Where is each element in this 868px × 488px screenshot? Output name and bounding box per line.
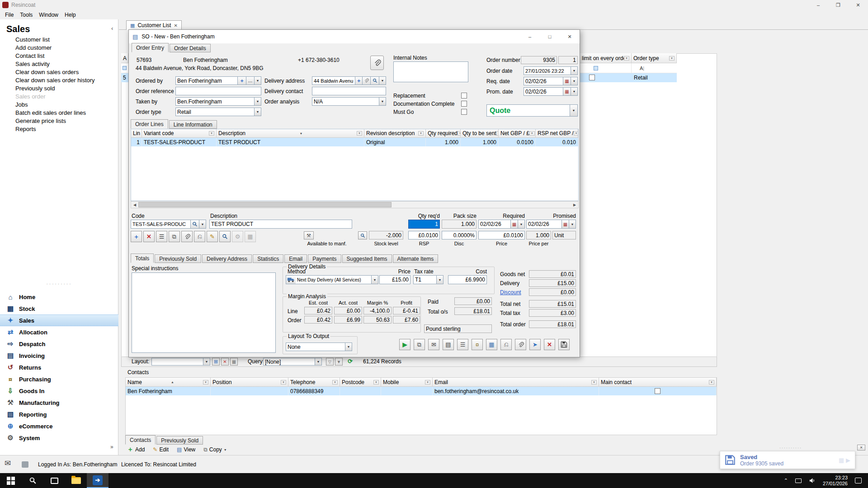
tab-totals[interactable]: Totals bbox=[131, 253, 154, 263]
filter-icon[interactable]: ▼ bbox=[458, 131, 461, 136]
order-minimize-button[interactable]: – bbox=[520, 30, 540, 43]
order-titlebar[interactable]: ▤ SO - New - Ben Fotheringham – □ ✕ bbox=[129, 30, 580, 43]
layout-add-button[interactable]: ⊞ bbox=[212, 358, 220, 366]
menu-help[interactable]: Help bbox=[61, 12, 79, 18]
tax-rate-combo[interactable]: T1▼ bbox=[413, 275, 443, 284]
search-icon[interactable] bbox=[371, 76, 379, 85]
file-explorer-icon[interactable] bbox=[65, 473, 87, 488]
customer-grid-row-fragment[interactable]: 5 bbox=[121, 73, 128, 82]
tab-close-icon[interactable]: ✕ bbox=[174, 23, 177, 28]
sidebar-item-generate-price-lists[interactable]: Generate price lists bbox=[0, 117, 118, 125]
col-name[interactable]: Name▲▼ bbox=[126, 378, 211, 387]
sidebar-item-customer-list[interactable]: Customer list bbox=[0, 35, 118, 43]
order-analysis-combo[interactable]: N/A▼ bbox=[312, 97, 386, 106]
chevron-down-icon[interactable]: ▼ bbox=[255, 108, 261, 116]
order-date-combo[interactable]: 27/01/2026 23:22▼ bbox=[524, 66, 578, 75]
tab-delivery-address[interactable]: Delivery Address bbox=[202, 254, 252, 263]
volume-icon[interactable] bbox=[809, 477, 816, 484]
clock[interactable]: 23:23 27/01/2026 bbox=[823, 475, 848, 487]
order-notes-button[interactable]: ☰ bbox=[457, 339, 468, 350]
add-line-button[interactable]: ＋ bbox=[131, 231, 142, 242]
internal-notes-input[interactable] bbox=[393, 61, 468, 82]
toast[interactable]: Saved Order 9305 saved ▦ ▶ bbox=[720, 451, 855, 469]
sidebar-module-returns[interactable]: ↺Returns bbox=[0, 361, 118, 373]
chevron-down-icon[interactable]: ▼ bbox=[199, 220, 206, 229]
rsp-input[interactable]: £0.0100 bbox=[408, 231, 440, 239]
customer-grid-filter-fragment[interactable] bbox=[121, 63, 128, 73]
sidebar-item-reports[interactable]: Reports bbox=[0, 125, 118, 133]
print-order-button[interactable]: ▤ bbox=[443, 339, 454, 350]
sidebar-item-clear-down-sales-orders[interactable]: Clear down sales orders bbox=[0, 68, 118, 76]
price-input[interactable]: £0.0100 bbox=[478, 231, 525, 239]
filter-icon[interactable]: ▼ bbox=[281, 380, 286, 385]
edit-contact-button[interactable]: ✎Edit bbox=[153, 446, 169, 453]
calendar-icon[interactable]: ▦ bbox=[563, 87, 571, 96]
sidebar-module-stock[interactable]: ▦Stock bbox=[0, 303, 118, 314]
col-position[interactable]: Position▼ bbox=[211, 378, 288, 387]
add-contact-icon[interactable]: ＋ bbox=[238, 76, 246, 85]
tab-email[interactable]: Email bbox=[284, 254, 307, 263]
tab-line-information[interactable]: Line Information bbox=[169, 120, 217, 129]
tab-payments[interactable]: Payments bbox=[308, 254, 341, 263]
col-rsp-net-gbp[interactable]: RSP net GBP /▼ bbox=[536, 129, 578, 138]
query-edit-button[interactable]: ▽ bbox=[326, 358, 334, 366]
lines-h-scrollbar[interactable]: ◀ ▶ bbox=[131, 201, 579, 208]
delivery-cost-input[interactable]: £6.9900 bbox=[448, 275, 487, 284]
col-revision[interactable]: Revision description▼ bbox=[364, 129, 426, 138]
send-order-button[interactable]: ➤ bbox=[529, 339, 541, 350]
discount-link[interactable]: Discount bbox=[500, 289, 521, 296]
sidebar-module-invoicing[interactable]: ▤Invoicing bbox=[0, 350, 118, 361]
limit-checkbox[interactable] bbox=[589, 75, 595, 80]
tab-customer-list[interactable]: ▦ Customer List ✕ bbox=[126, 20, 182, 30]
filter-icon[interactable]: ▼ bbox=[574, 131, 578, 136]
app-restore-button[interactable]: ❐ bbox=[828, 0, 848, 10]
layout-combo[interactable]: ▼ bbox=[151, 358, 210, 366]
calendar-icon[interactable]: ▦ bbox=[511, 220, 518, 229]
display-icon[interactable] bbox=[795, 479, 802, 483]
editor-description-input[interactable]: TEST PRODUCT bbox=[209, 220, 352, 229]
menu-tools[interactable]: Tools bbox=[17, 12, 36, 18]
col-telephone[interactable]: Telephone▼ bbox=[288, 378, 340, 387]
code-combo[interactable]: TEST-SALES-PRODUC ▼ bbox=[131, 220, 206, 229]
copy-order-button[interactable]: ⧉ bbox=[414, 339, 425, 350]
grid-view-button[interactable]: ▦ bbox=[486, 339, 497, 350]
toast-close-button[interactable]: ✕ bbox=[857, 445, 865, 450]
stock-check-button[interactable] bbox=[358, 231, 367, 239]
chevron-down-icon[interactable]: ▼ bbox=[255, 97, 261, 106]
sidebar-module-system[interactable]: ⚙System bbox=[0, 432, 118, 444]
attachments-button[interactable] bbox=[515, 339, 526, 350]
scroll-left-icon[interactable]: ◀ bbox=[131, 203, 138, 207]
tab-previously-sold[interactable]: Previously Sold bbox=[155, 254, 201, 263]
sidebar-item-contact-list[interactable]: Contact list bbox=[0, 52, 118, 60]
col-postcode[interactable]: Postcode▼ bbox=[340, 378, 381, 387]
customer-grid-searchcell-order-type[interactable]: A| bbox=[632, 63, 677, 73]
filter-icon[interactable]: ▼ bbox=[709, 380, 714, 385]
layout-delete-button[interactable]: ✕ bbox=[221, 358, 229, 366]
task-view-icon[interactable] bbox=[43, 473, 65, 488]
email-order-button[interactable]: ✉ bbox=[428, 339, 439, 350]
sidebar-module-allocation[interactable]: ⇄Allocation bbox=[0, 326, 118, 338]
sidebar-collapse-icon[interactable]: ‹ bbox=[111, 25, 113, 32]
col-qty-to-be-sent[interactable]: Qty to be sent▼ bbox=[461, 129, 499, 138]
required-date-combo[interactable]: 02/02/26▦▼ bbox=[478, 220, 525, 229]
col-variant-code[interactable]: Variant code▼ bbox=[142, 129, 217, 138]
line-attachments-button[interactable] bbox=[181, 231, 193, 242]
chevron-down-icon[interactable]: ▼ bbox=[203, 358, 210, 366]
filter-icon[interactable]: ▼ bbox=[529, 131, 535, 136]
sidebar-module-goods-in[interactable]: ⇩Goods In bbox=[0, 385, 118, 397]
sidebar-module-ecommerce[interactable]: ⊕eCommerce bbox=[0, 420, 118, 432]
filter-icon[interactable]: ▼ bbox=[357, 131, 362, 136]
filter-icon[interactable]: ▼ bbox=[209, 131, 214, 136]
menu-window[interactable]: Window bbox=[36, 12, 61, 18]
tab-order-lines[interactable]: Order Lines bbox=[131, 119, 168, 129]
filter-icon[interactable]: ▼ bbox=[418, 131, 424, 136]
prom-date-combo[interactable]: 02/02/26▦▼ bbox=[524, 87, 578, 96]
line-details-button[interactable]: ☰ bbox=[156, 231, 167, 242]
payment-button[interactable]: ¤ bbox=[472, 339, 483, 350]
delivery-contact-input[interactable] bbox=[312, 87, 386, 95]
customer-grid-header-order-type[interactable]: Order type▼ bbox=[632, 53, 677, 63]
customer-grid-header-fragment[interactable]: A bbox=[121, 53, 128, 63]
taken-by-combo[interactable]: Ben.Fotheringham▼ bbox=[175, 97, 261, 106]
sidebar-item-batch-edit[interactable]: Batch edit sales order lines bbox=[0, 108, 118, 117]
app-minimize-button[interactable]: – bbox=[808, 0, 828, 10]
